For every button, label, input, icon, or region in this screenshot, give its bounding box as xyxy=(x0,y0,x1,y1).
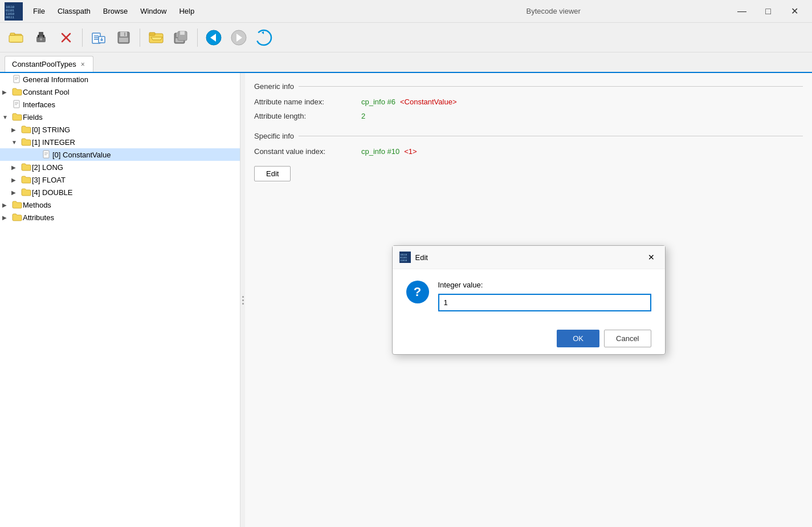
app-logo: 10110 01101 11010 00111 xyxy=(5,2,23,21)
question-icon: ? xyxy=(406,281,429,303)
drag-dot-3 xyxy=(242,303,244,305)
toolbar-save-all-button[interactable] xyxy=(170,26,193,49)
toolbar-close-button[interactable] xyxy=(55,26,77,49)
integer-value-input[interactable] xyxy=(438,294,651,311)
modal-field-label: Integer value: xyxy=(438,281,651,289)
folder-icon-fields xyxy=(11,112,23,121)
tree-label-attributes: Attributes xyxy=(23,213,238,222)
menu-classpath[interactable]: Classpath xyxy=(52,5,96,18)
folder-icon-string xyxy=(21,125,32,134)
toolbar-reload-button[interactable] xyxy=(252,26,275,49)
svg-rect-44 xyxy=(15,103,18,104)
toolbar-plugin-button[interactable] xyxy=(30,26,52,49)
drag-dot-1 xyxy=(242,296,244,298)
svg-rect-48 xyxy=(44,153,48,154)
folder-icon-double xyxy=(21,188,32,197)
arrow-fields: ▼ xyxy=(2,114,11,120)
tree-label-fields: Fields xyxy=(23,113,238,121)
tree-label-long: [2] LONG xyxy=(32,163,238,172)
file-icon-interfaces xyxy=(11,100,23,109)
svg-text:11010: 11010 xyxy=(400,259,407,262)
title-bar: 10110 01101 11010 00111 File Classpath B… xyxy=(0,0,812,23)
toolbar-open-folder-button[interactable] xyxy=(145,26,168,49)
folder-icon-constant-pool xyxy=(11,87,23,96)
arrow-double: ▶ xyxy=(11,189,21,196)
tab-label: ConstantPoolTypes xyxy=(12,60,76,68)
tree-item-constant-pool[interactable]: ▶ Constant Pool xyxy=(0,86,240,98)
folder-icon-integer xyxy=(21,137,32,147)
menu-window[interactable]: Window xyxy=(134,5,172,18)
menu-bar: File Classpath Browse Window Help xyxy=(27,5,378,18)
tree-label-interfaces: Interfaces xyxy=(23,100,238,109)
toolbar-open-file-button[interactable] xyxy=(5,26,27,49)
modal-title-bar: 10110 01101 11010 Edit ✕ xyxy=(393,246,665,269)
tree-label-constantvalue: [0] ConstantValue xyxy=(52,151,238,159)
file-icon-general-info xyxy=(11,75,23,84)
cancel-button[interactable]: Cancel xyxy=(604,330,651,347)
drag-handle[interactable] xyxy=(240,73,245,527)
tree-label-constant-pool: Constant Pool xyxy=(23,88,238,96)
tree-item-fields-2-long[interactable]: ▶ [2] LONG xyxy=(0,161,240,173)
modal-content: Integer value: xyxy=(438,281,651,311)
folder-icon-long xyxy=(21,163,32,172)
tree-label-float: [3] FLOAT xyxy=(32,176,238,184)
svg-rect-10 xyxy=(38,35,39,38)
main-layout: General Information ▶ Constant Pool Inte… xyxy=(0,73,812,527)
left-panel-tree: General Information ▶ Constant Pool Inte… xyxy=(0,73,240,527)
tree-item-fields-3-float[interactable]: ▶ [3] FLOAT xyxy=(0,173,240,186)
toolbar xyxy=(0,23,812,52)
tree-item-attributes[interactable]: ▶ Attributes xyxy=(0,211,240,224)
modal-body: ? Integer value: xyxy=(393,269,665,323)
arrow-methods: ▶ xyxy=(2,202,11,208)
minimize-button[interactable]: — xyxy=(729,0,755,23)
modal-overlay: 10110 01101 11010 Edit ✕ ? Integer value… xyxy=(245,73,812,527)
tree-item-general-info[interactable]: General Information xyxy=(0,73,240,86)
svg-rect-38 xyxy=(14,75,19,83)
svg-rect-43 xyxy=(15,102,18,103)
tree-item-interfaces[interactable]: Interfaces xyxy=(0,98,240,111)
menu-browse[interactable]: Browse xyxy=(97,5,133,18)
tree-item-fields-4-double[interactable]: ▶ [4] DOUBLE xyxy=(0,186,240,198)
menu-file[interactable]: File xyxy=(27,5,51,18)
svg-rect-11 xyxy=(43,35,44,38)
modal-close-button[interactable]: ✕ xyxy=(644,250,658,264)
svg-text:00111: 00111 xyxy=(6,15,14,19)
right-panel: Generic info Attribute name index: cp_in… xyxy=(245,73,812,527)
tree-label-double: [4] DOUBLE xyxy=(32,188,238,197)
ok-button[interactable]: OK xyxy=(557,330,599,347)
folder-icon-float xyxy=(21,175,32,184)
svg-rect-46 xyxy=(43,151,49,158)
arrow-integer: ▼ xyxy=(11,139,21,145)
svg-rect-40 xyxy=(15,78,18,79)
tree-label-string: [0] STRING xyxy=(32,125,238,134)
app-title: Bytecode viewer xyxy=(378,7,729,15)
tab-constant-pool-types[interactable]: ConstantPoolTypes × xyxy=(5,56,93,72)
svg-rect-24 xyxy=(119,38,128,42)
arrow-attributes: ▶ xyxy=(2,214,11,221)
svg-point-12 xyxy=(40,38,42,40)
tree-item-fields-1-integer[interactable]: ▼ [1] INTEGER xyxy=(0,136,240,148)
svg-rect-27 xyxy=(149,33,155,35)
toolbar-forward-button[interactable] xyxy=(227,26,250,49)
tree-item-methods[interactable]: ▶ Methods xyxy=(0,198,240,211)
tree-item-fields[interactable]: ▼ Fields xyxy=(0,111,240,123)
toolbar-back-button[interactable] xyxy=(202,26,225,49)
toolbar-save-button[interactable] xyxy=(112,26,135,49)
tree-item-constantvalue[interactable]: [0] ConstantValue xyxy=(0,148,240,161)
modal-app-icon: 10110 01101 11010 xyxy=(399,252,411,263)
svg-rect-39 xyxy=(15,77,18,78)
tree-label-integer: [1] INTEGER xyxy=(32,138,238,147)
tab-close-button[interactable]: × xyxy=(80,60,86,68)
file-icon-constantvalue xyxy=(41,150,52,159)
svg-rect-45 xyxy=(15,104,17,105)
tree-item-fields-0-string[interactable]: ▶ [0] STRING xyxy=(0,123,240,136)
arrow-long: ▶ xyxy=(11,164,21,171)
modal-title: Edit xyxy=(415,253,644,262)
maximize-button[interactable]: □ xyxy=(755,0,781,23)
menu-help[interactable]: Help xyxy=(173,5,200,18)
window-controls: — □ ✕ xyxy=(729,0,807,23)
tab-bar: ConstantPoolTypes × xyxy=(0,52,812,73)
toolbar-import-button[interactable] xyxy=(87,26,110,49)
close-button[interactable]: ✕ xyxy=(781,0,807,23)
svg-rect-7 xyxy=(9,35,23,42)
